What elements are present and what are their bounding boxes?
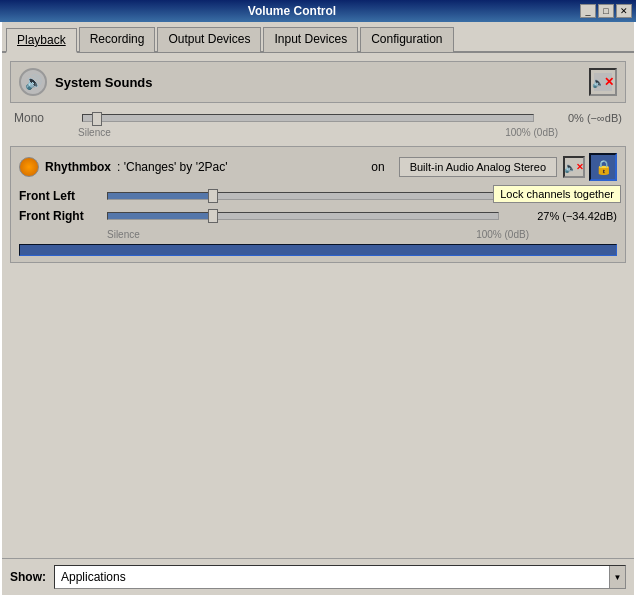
- system-sounds-icon: 🔊: [19, 68, 47, 96]
- front-left-label: Front Left: [19, 189, 99, 203]
- bottom-bar: Show: Applications ▼: [2, 558, 634, 595]
- show-value: Applications: [55, 568, 609, 586]
- mono-value: 0% (−∞dB): [542, 112, 622, 124]
- select-arrow-icon[interactable]: ▼: [609, 566, 625, 588]
- progress-bar: [19, 244, 617, 256]
- channel-labels: Silence 100% (0dB): [19, 229, 617, 240]
- front-right-slider: [107, 209, 499, 223]
- front-left-fill: [108, 193, 213, 199]
- front-left-track: [107, 192, 499, 200]
- front-right-track: [107, 212, 499, 220]
- system-sounds-section: 🔊 System Sounds 🔈 ✕: [10, 61, 626, 103]
- show-label: Show:: [10, 570, 46, 584]
- lock-channels-button[interactable]: 🔒: [589, 153, 617, 181]
- rhythmbox-info: : 'Changes' by '2Pac': [117, 160, 365, 174]
- lock-icon: 🔒: [595, 159, 612, 175]
- mute-x-icon: ✕: [604, 75, 614, 89]
- mute-x2-icon: ✕: [576, 162, 584, 172]
- front-left-slider: [107, 189, 499, 203]
- mono-track: [82, 114, 534, 122]
- rhythmbox-section: Rhythmbox : 'Changes' by '2Pac' on Built…: [10, 146, 626, 263]
- front-left-thumb[interactable]: [208, 189, 218, 203]
- mono-full-label: 100% (0dB): [505, 127, 558, 138]
- tab-output-devices[interactable]: Output Devices: [157, 27, 261, 52]
- minimize-button[interactable]: _: [580, 4, 596, 18]
- close-button[interactable]: ✕: [616, 4, 632, 18]
- progress-bar-container: [19, 244, 617, 256]
- rhythmbox-mute-button[interactable]: 🔈 ✕: [563, 156, 585, 178]
- system-sounds-label: System Sounds: [55, 75, 153, 90]
- app-controls: 🔈 ✕ 🔒: [563, 153, 617, 181]
- mono-row: Mono 0% (−∞dB): [10, 111, 626, 125]
- rhythmbox-status: on: [371, 160, 384, 174]
- tab-input-devices[interactable]: Input Devices: [263, 27, 358, 52]
- rhythmbox-name: Rhythmbox: [45, 160, 111, 174]
- front-left-row: Front Left: [19, 189, 617, 203]
- channel-silence-label: Silence: [107, 229, 140, 240]
- mute-speaker-icon: 🔈: [564, 162, 576, 173]
- mono-silence-label: Silence: [78, 127, 111, 138]
- mono-thumb[interactable]: [92, 112, 102, 126]
- tab-configuration[interactable]: Configuration: [360, 27, 453, 52]
- front-right-label: Front Right: [19, 209, 99, 223]
- channel-full-label: 100% (0dB): [476, 229, 529, 240]
- tab-playback[interactable]: Playback: [6, 28, 77, 53]
- content-area: 🔊 System Sounds 🔈 ✕ Mono 0% (−∞dB): [2, 53, 634, 558]
- section-left: 🔊 System Sounds: [19, 68, 153, 96]
- speaker-icon: 🔈 ✕: [594, 73, 612, 91]
- window-title: Volume Control: [4, 4, 580, 18]
- tab-recording[interactable]: Recording: [79, 27, 156, 52]
- front-right-fill: [108, 213, 213, 219]
- show-select[interactable]: Applications ▼: [54, 565, 626, 589]
- rhythmbox-icon: [19, 157, 39, 177]
- titlebar: Volume Control _ □ ✕: [0, 0, 636, 22]
- mono-slider-container: [82, 114, 534, 122]
- mono-slider-labels: Silence 100% (0dB): [10, 127, 626, 138]
- main-window: Playback Recording Output Devices Input …: [0, 22, 636, 597]
- mono-label: Mono: [14, 111, 74, 125]
- rhythmbox-device-button[interactable]: Built-in Audio Analog Stereo: [399, 157, 557, 177]
- speaker-glyph: 🔈: [592, 77, 604, 88]
- front-right-row: Front Right 27% (−34.42dB): [19, 209, 617, 223]
- maximize-button[interactable]: □: [598, 4, 614, 18]
- app-header: Rhythmbox : 'Changes' by '2Pac' on Built…: [19, 153, 617, 181]
- titlebar-buttons: _ □ ✕: [580, 4, 632, 18]
- system-sounds-mute-button[interactable]: 🔈 ✕: [589, 68, 617, 96]
- front-right-value: 27% (−34.42dB): [507, 210, 617, 222]
- tab-bar: Playback Recording Output Devices Input …: [2, 22, 634, 53]
- front-right-thumb[interactable]: [208, 209, 218, 223]
